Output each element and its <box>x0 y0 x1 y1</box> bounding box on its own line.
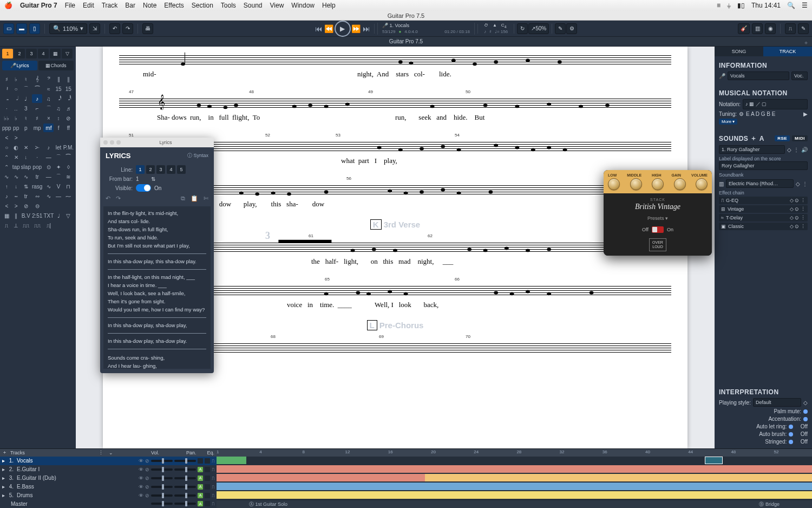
menu-track[interactable]: Track <box>102 2 118 9</box>
tracks-chevron-icon[interactable]: ⌄ <box>109 450 113 455</box>
score-label-field[interactable]: Rory Gallagher <box>719 161 808 170</box>
menu-note[interactable]: Note <box>143 2 156 9</box>
amp-knob-low[interactable] <box>608 178 620 190</box>
design-mode-button[interactable]: ▽ <box>62 49 73 58</box>
voice-2-button[interactable]: 2 <box>14 49 25 58</box>
menu-tools[interactable]: Tools <box>221 2 236 9</box>
tracks-menu-icon[interactable]: ⋮ <box>99 450 103 455</box>
view-page-button[interactable]: ▭ <box>3 23 14 34</box>
amp-knob-gain[interactable] <box>674 178 686 190</box>
add-track-button[interactable]: ＋ <box>2 449 7 456</box>
lyrics-line-4[interactable]: 4 <box>167 165 175 174</box>
notation-buttons[interactable]: ♪ ▦ ／ ▢ <box>743 99 808 109</box>
menu-view[interactable]: View <box>270 2 284 9</box>
play-button[interactable]: ▶ <box>335 21 351 37</box>
menu-effects[interactable]: Effects <box>164 2 184 9</box>
voice-4-button[interactable]: 4 <box>38 49 49 58</box>
view-screen-button[interactable]: ▬ <box>16 23 27 34</box>
track-row[interactable]: ▸1.Vocals 👁⊘⎍ <box>0 457 217 465</box>
loop-button[interactable]: ↻ <box>517 23 528 34</box>
rewind-start-button[interactable]: ⏮ <box>314 24 324 34</box>
transport-track-info[interactable]: 🎤 1. Vocals 53/129 ●4.0:4.0 01:20 / 03:1… <box>377 23 475 35</box>
battery-icon[interactable]: ▮▯ <box>737 2 745 9</box>
zoom-control[interactable]: 🔍 110% ▾ <box>49 23 87 34</box>
speed-trainer-button[interactable]: ↗50% <box>528 23 549 34</box>
track-row[interactable]: ▸3.E.Guitar II (Dub) 👁⊘A⎍ <box>0 474 217 483</box>
panel-piano-button[interactable]: ▥ <box>752 23 763 34</box>
add-sound-button[interactable]: ＋ <box>750 134 757 143</box>
menu-window[interactable]: Window <box>291 2 315 9</box>
lyrics-paste-icon[interactable]: 📋 <box>191 195 198 202</box>
lyrics-window[interactable]: Lyrics LYRICS ⓘ Syntax Line: 1 2 3 4 5 F… <box>100 138 214 373</box>
tuner-button[interactable]: ✎ <box>555 23 566 34</box>
rse-badge[interactable]: RSE <box>775 135 790 141</box>
lyrics-undo-icon[interactable]: ↶ <box>106 195 110 202</box>
rewind-button[interactable]: ⏪ <box>324 24 334 34</box>
menu-edit[interactable]: Edit <box>83 2 94 9</box>
menu-extra-icon[interactable]: ☰ <box>802 2 808 9</box>
play-tuning-icon[interactable]: ▶ <box>803 111 808 117</box>
minimize-icon[interactable] <box>110 140 114 145</box>
lyrics-text-area[interactable]: In the flin-ty light, it's mid-night,And… <box>103 206 211 369</box>
lyrics-cut-icon[interactable]: ✄ <box>204 195 208 202</box>
menu-sound[interactable]: Sound <box>244 2 263 9</box>
amp-power-switch[interactable] <box>652 226 664 233</box>
lyrics-redo-icon[interactable]: ↷ <box>116 195 121 202</box>
amp-panel[interactable]: LOW MIDDLE HIGH GAIN VOLUME STACK Britis… <box>604 170 712 256</box>
hamburger-icon[interactable]: ≡ <box>717 2 721 9</box>
sound-a-button[interactable]: A <box>759 135 764 142</box>
spotlight-icon[interactable]: 🔍 <box>787 2 795 9</box>
from-bar-field[interactable]: 1 <box>136 176 148 182</box>
menu-help[interactable]: Help <box>322 2 336 9</box>
panel-drums-button[interactable]: ◉ <box>765 23 776 34</box>
sound-preset-select[interactable]: 1. Rory Gallagher <box>719 145 785 154</box>
fx-tdelay[interactable]: ≈T-Delay◇ ⊙ ⋮ <box>719 214 808 222</box>
stringed-dot[interactable] <box>789 440 793 444</box>
playing-style-select[interactable]: Default <box>753 398 801 407</box>
midi-badge[interactable]: MIDI <box>792 135 808 141</box>
settings-button[interactable]: ⚙ <box>566 23 577 34</box>
redo-button[interactable]: ↷ <box>122 23 133 34</box>
chevron-icon[interactable]: ◇ <box>787 147 791 153</box>
menu-section[interactable]: Section <box>192 2 213 9</box>
auto-let-ring-dot[interactable] <box>789 425 793 429</box>
undo-button[interactable]: ↶ <box>109 23 120 34</box>
multivoice-button[interactable]: ▦ <box>50 49 61 58</box>
document-tab[interactable]: Guitar Pro 7.5 <box>389 38 423 44</box>
accentuation-dot[interactable] <box>803 417 808 421</box>
panel-inspector-button[interactable]: ✎ <box>798 23 809 34</box>
forward-end-button[interactable]: ⏭ <box>362 24 371 34</box>
amp-knob-middle[interactable] <box>630 178 642 190</box>
amp-knob-volume[interactable] <box>696 178 708 190</box>
add-tab-button[interactable]: ＋ <box>803 38 809 48</box>
options-icon[interactable]: ⋮ <box>794 147 799 153</box>
zoom-icon[interactable] <box>116 140 121 145</box>
more-button[interactable]: More ▾ <box>719 119 737 125</box>
countdown-icon[interactable]: ▲ <box>493 23 497 29</box>
soundbank-select[interactable]: Electric Piano (Rhod… <box>726 179 794 188</box>
menu-file[interactable]: File <box>65 2 75 9</box>
apple-icon[interactable]: 🍎 <box>4 2 12 9</box>
gear-icon[interactable]: ⚙ <box>739 111 744 117</box>
fx-geq[interactable]: ⎍G-EQ◇ ⊙ ⋮ <box>719 197 808 204</box>
panel-mixer-button[interactable]: ⎍ <box>785 23 796 34</box>
lyrics-toggle-button[interactable]: 🎤 Lyrics <box>2 61 37 70</box>
wifi-icon[interactable]: ⏚ <box>727 2 731 9</box>
stepper-icon[interactable]: ⇅ <box>151 176 155 182</box>
volume-icon[interactable]: 🔊 <box>801 147 808 153</box>
track-row[interactable]: ▸2.E.Guitar I 👁⊘A⎍ <box>0 465 217 474</box>
track-row[interactable]: ▸4.E.Bass 👁⊘A⎍ <box>0 483 217 491</box>
amp-knob-high[interactable] <box>652 178 664 190</box>
print-button[interactable]: 🖶 <box>142 23 153 34</box>
voice-1-button[interactable]: 1 <box>2 49 13 58</box>
palette-item[interactable]: ♯ <box>2 75 11 83</box>
close-icon[interactable] <box>103 140 108 145</box>
lyrics-line-1[interactable]: 1 <box>136 165 145 174</box>
voice-3-button[interactable]: 3 <box>26 49 37 58</box>
panel-guitar-button[interactable]: 🎸 <box>738 23 750 34</box>
fx-vintage[interactable]: ⊞Vintage◇ ⊙ ⋮ <box>719 205 808 213</box>
chords-toggle-button[interactable]: ▦ Chords <box>38 61 74 70</box>
syntax-button[interactable]: ⓘ Syntax <box>187 152 208 159</box>
clock[interactable]: Thu 14:41 <box>751 2 781 9</box>
lyrics-copy-icon[interactable]: ⧉ <box>181 195 185 202</box>
